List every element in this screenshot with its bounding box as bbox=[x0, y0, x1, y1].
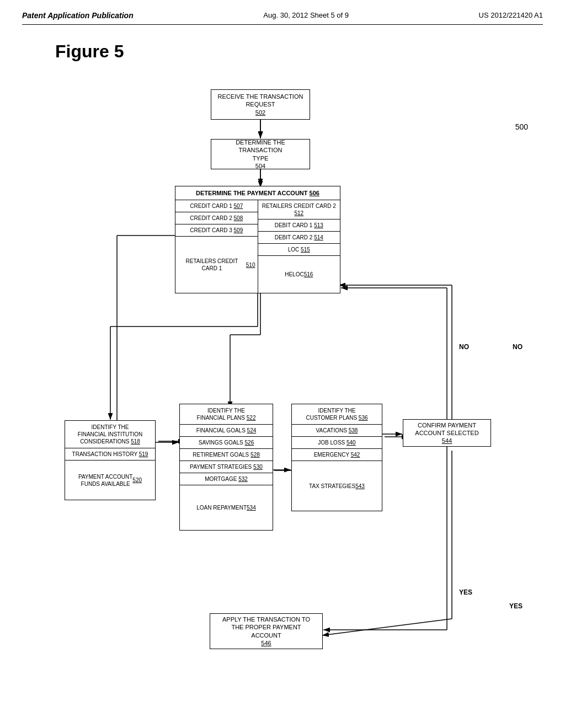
box-518-outer: IDENTIFY THEFINANCIAL INSTITUTIONCONSIDE… bbox=[65, 420, 156, 500]
page-header: Patent Application Publication Aug. 30, … bbox=[22, 11, 543, 25]
header-publication-type: Patent Application Publication bbox=[22, 11, 134, 20]
box-546: APPLY THE TRANSACTION TOTHE PROPER PAYME… bbox=[210, 613, 323, 649]
yes-label: YES bbox=[459, 588, 472, 596]
label-yes: YES bbox=[509, 602, 523, 610]
box-502: RECEIVE THE TRANSACTIONREQUEST 502 bbox=[211, 89, 310, 120]
box-506-outer: DETERMINE THE PAYMENT ACCOUNT 506 CREDIT… bbox=[175, 186, 340, 293]
box-536-outer: IDENTIFY THECUSTOMER PLANS 536 VACATIONS… bbox=[291, 404, 382, 511]
box-504: DETERMINE THE TRANSACTIONTYPE 504 bbox=[211, 139, 310, 169]
figure-title: Figure 5 bbox=[55, 41, 543, 62]
no-label: NO bbox=[459, 343, 469, 351]
diagram-label-500: 500 bbox=[515, 122, 528, 131]
header-patent-number: US 2012/221420 A1 bbox=[479, 11, 543, 19]
page: Patent Application Publication Aug. 30, … bbox=[0, 0, 565, 728]
box-522-outer: IDENTIFY THEFINANCIAL PLANS 522 FINANCIA… bbox=[179, 404, 273, 531]
svg-line-11 bbox=[322, 619, 452, 635]
label-no: NO bbox=[513, 343, 523, 351]
box-544: CONFIRM PAYMENTACCOUNT SELECTED 544 bbox=[403, 419, 491, 447]
header-date-sheet: Aug. 30, 2012 Sheet 5 of 9 bbox=[263, 11, 349, 19]
diagram-container: 500 NO YES RECEIVE THE TRANSACTIONREQUES… bbox=[34, 73, 531, 679]
